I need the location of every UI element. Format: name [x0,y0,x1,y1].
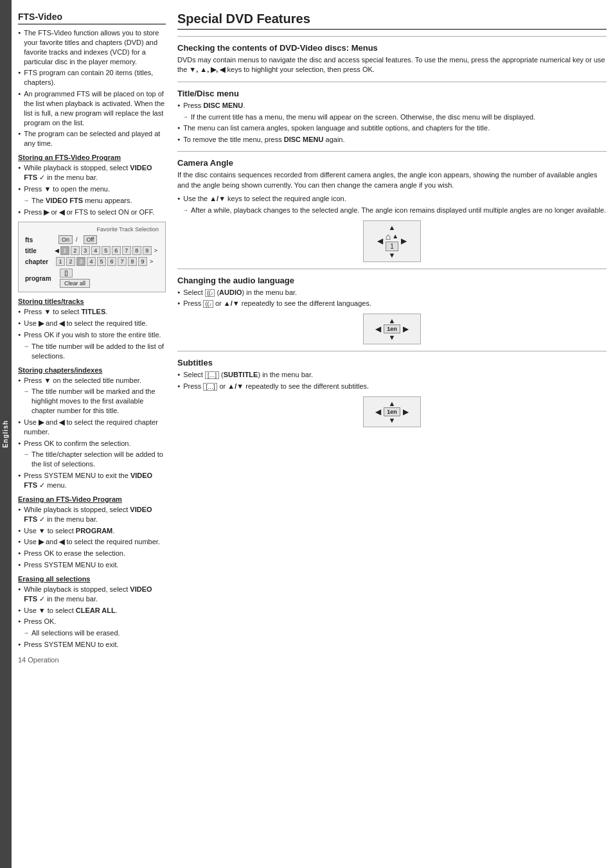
subtitles-title: Subtitles [177,358,607,368]
list-item: The menu can list camera angles, spoken … [177,123,607,133]
list-item: Use the ▲/▼ keys to select the required … [177,194,607,204]
storing-fts-list: While playback is stopped, select VIDEO … [18,163,166,217]
fts-row-value: On / Off [56,235,97,244]
list-item: Press ((♪ or ▲/▼ repeatedly to see the d… [177,299,607,308]
list-item: FTS program can contain 20 items (titles… [18,68,166,87]
list-item: Press SYSTEM MENU to exit. [18,640,166,650]
erasing-all-list: While playback is stopped, select VIDEO … [18,585,166,650]
list-item: Press SYSTEM MENU to exit the VIDEO FTS … [18,471,166,490]
audio-language-list: Select ((♪ (AUDIO) in the menu bar. Pres… [177,288,607,309]
side-tab-label: English [3,420,10,448]
disc-menu-list: Press DISC MENU. If the current title ha… [177,101,607,145]
list-item: Select […] (SUBTITLE) in the menu bar. [177,370,607,380]
list-item: Use ▼ to select PROGRAM. [18,526,166,536]
special-dvd-title: Special DVD Features [177,12,607,30]
fts-row-fts: fts On / Off [25,235,159,244]
fts-table-title: Favorite Track Selection [25,226,159,233]
list-item: To remove the title menu, press DISC MEN… [177,135,607,145]
left-column: FTS-Video The FTS-Video function allows … [18,12,166,862]
list-item: The FTS-Video function allows you to sto… [18,28,166,66]
erasing-all-title: Erasing all selections [18,575,166,583]
list-item: While playback is stopped, select VIDEO … [18,163,166,182]
camera-angle-list: Use the ▲/▼ keys to select the required … [177,194,607,215]
list-item: Use ▼ to select CLEAR ALL. [18,606,166,616]
list-item: Press […] or ▲/▼ repeatedly to see the d… [177,382,607,391]
list-item: The title/chapter selection will be adde… [18,450,166,469]
disc-menu-title: Title/Disc menu [177,89,607,98]
side-tab: English [0,0,12,868]
divider [177,269,607,269]
storing-chapters-title: Storing chapters/indexes [18,366,166,374]
storing-titles-list: Press ▼ to select TITLES. Use ▶ and ◀ to… [18,307,166,360]
list-item: After a while, playback changes to the s… [177,206,607,215]
list-item: Use ▶ and ◀ to select the required numbe… [18,537,166,547]
fts-row-value: 1 2 3 4 5 6 7 8 9 > [60,246,159,255]
list-item: Press OK to confirm the selection. [18,439,166,448]
fts-clear-all-button[interactable]: Clear all [60,279,90,288]
subtitle-diagram: ◀ ▲ 1en ▼ ▶ [177,396,607,427]
fts-row-program: program [] Clear all [25,269,159,288]
main-content: FTS-Video The FTS-Video function allows … [12,0,613,868]
page-footer: 14 Operation [18,656,166,664]
fts-row-label: program [25,275,56,282]
list-item: Press OK to erase the selection. [18,549,166,558]
storing-fts-title: Storing an FTS-Video Program [18,154,166,161]
erasing-fts-title: Erasing an FTS-Video Program [18,495,166,503]
list-item: Select ((♪ (AUDIO) in the menu bar. [177,288,607,297]
storing-chapters-list: Press ▼ on the selected title number. Th… [18,376,166,490]
list-item: An programmed FTS will be placed on top … [18,89,166,127]
fts-row-title: title ◀ 1 2 3 4 5 6 7 8 9 > [25,246,159,255]
list-item: Press OK. [18,617,166,626]
right-column: Special DVD Features Checking the conten… [177,12,607,862]
divider [177,82,607,82]
fts-row-chapter: chapter 1 2 3 4 5 6 7 8 9 > [25,257,159,266]
menus-title: Checking the contents of DVD-Video discs… [177,43,607,53]
list-item: Press ▼ to open the menu. [18,184,166,194]
list-item: The VIDEO FTS menu appears. [18,196,166,206]
fts-row-label: fts [25,236,56,244]
divider [177,351,607,351]
subtitles-list: Select […] (SUBTITLE) in the menu bar. P… [177,370,607,391]
divider [177,151,607,152]
camera-angle-title: Camera Angle [177,158,607,168]
list-item: The title number will be marked and the … [18,387,166,416]
fts-video-title: FTS-Video [18,12,166,24]
fts-row-label: title [25,247,53,254]
list-item: Press OK if you wish to store the entire… [18,330,166,340]
list-item: Press DISC MENU. [177,101,607,111]
audio-diagram: ◀ ▲ 1en ▼ ▶ [177,314,607,344]
erasing-fts-list: While playback is stopped, select VIDEO … [18,505,166,570]
list-item: While playback is stopped, select VIDEO … [18,585,166,604]
list-item: Use ▶ and ◀ to select the required title… [18,319,166,328]
list-item: Press ▼ to select TITLES. [18,307,166,317]
list-item: All selections will be erased. [18,628,166,638]
fts-intro-list: The FTS-Video function allows you to sto… [18,28,166,148]
list-item: If the current title has a menu, the men… [177,112,607,122]
angle-diagram: ◀ ▲ ⌂ ▲ 1 ▼ ▶ [177,220,607,262]
menus-intro: DVDs may contain menus to navigate the d… [177,55,607,75]
fts-row-value: 1 2 3 4 5 6 7 8 9 > [56,257,154,266]
list-item: Press ▶ or ◀ or FTS to select ON or OFF. [18,208,166,217]
list-item: The title number will be added to the li… [18,342,166,361]
list-item: While playback is stopped, select VIDEO … [18,505,166,524]
audio-language-title: Changing the audio language [177,276,607,285]
camera-angle-intro: If the disc contains sequences recorded … [177,170,607,190]
list-item: Use ▶ and ◀ to select the required chapt… [18,418,166,437]
fts-table: Favorite Track Selection fts On / Off ti… [18,222,166,292]
storing-titles-title: Storing titles/tracks [18,297,166,305]
list-item: Press SYSTEM MENU to exit. [18,560,166,570]
list-item: The program can be selected and played a… [18,129,166,148]
fts-row-label: chapter [25,258,56,265]
divider [177,36,607,37]
list-item: Press ▼ on the selected title number. [18,376,166,385]
